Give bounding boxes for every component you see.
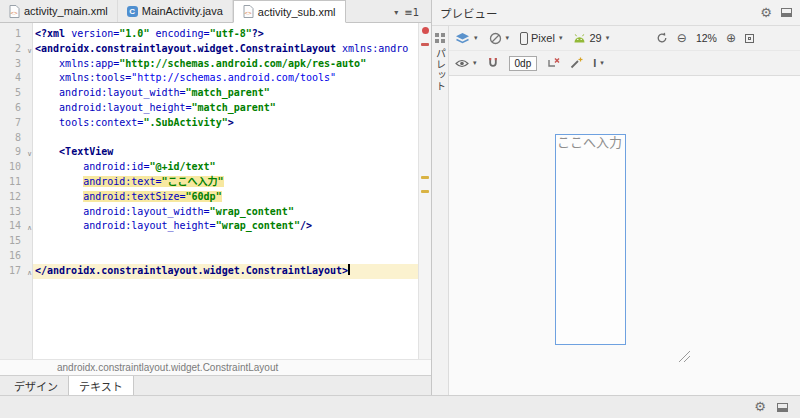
code-line[interactable]: 13 android:layout_width="wrap_content" [0, 205, 418, 220]
palette-label: パレット [433, 48, 448, 92]
align-icon: I [593, 57, 596, 69]
preview-header: プレビュー ⚙ [432, 0, 800, 26]
error-indicator-icon[interactable] [422, 27, 429, 34]
android-icon [573, 34, 586, 43]
code-line[interactable]: 7 tools:context=".SubActivity"> [0, 116, 418, 131]
gutter-line-number[interactable]: 6 [0, 101, 33, 116]
tab-mainactivity-java[interactable]: C MainActivity.java [118, 0, 233, 22]
gutter-line-number[interactable]: 13 [0, 205, 33, 220]
palette-grid-icon [435, 33, 445, 43]
preview-toolbar-bottom: ▾ 0dp [449, 51, 800, 76]
gutter-line-number[interactable]: 11 [0, 175, 33, 190]
code-line[interactable]: 11 android:text="ここへ入力" [0, 175, 418, 190]
hide-panel-icon[interactable] [781, 8, 792, 17]
view-options-button[interactable]: ▾ [455, 59, 477, 68]
clear-constraints-button[interactable] [547, 57, 560, 69]
code-line[interactable]: 3 xmlns:app="http://schemas.android.com/… [0, 57, 418, 72]
hidden-tabs-button[interactable]: ≡1 [404, 7, 419, 18]
zoom-to-fit-icon[interactable] [745, 34, 754, 43]
code-area[interactable]: 1<?xml version="1.0" encoding="utf-8"?>2… [0, 27, 418, 279]
preview-toolbar-top: ▾ ▾ Pixel ▾ [449, 26, 800, 51]
code-editor[interactable]: 1<?xml version="1.0" encoding="utf-8"?>2… [0, 23, 431, 359]
preview-device-screen[interactable]: ここへ入力 [555, 134, 626, 345]
autoconnect-button[interactable] [487, 57, 499, 69]
code-line[interactable]: 17∧</androidx.constraintlayout.widget.Co… [0, 264, 418, 279]
svg-text:<>: <> [10, 10, 18, 16]
tab-bar-controls: ▾ ≡1 [394, 7, 431, 22]
zoom-out-button[interactable]: ⊖ [677, 31, 687, 45]
code-line[interactable]: 5 android:layout_width="match_parent" [0, 86, 418, 101]
palette-tab[interactable]: パレット [432, 26, 449, 395]
stripe-mark[interactable] [421, 43, 429, 46]
preview-canvas[interactable]: ここへ入力 [449, 76, 800, 395]
align-dropdown[interactable]: I ▾ [593, 57, 604, 69]
stripe-mark[interactable] [421, 176, 429, 179]
gutter-line-number[interactable]: 16 [0, 249, 33, 264]
tab-label: activity_sub.xml [258, 6, 336, 18]
tab-activity-sub-xml[interactable]: <> activity_sub.xml [233, 0, 346, 23]
magic-wand-icon [570, 57, 583, 69]
zoom-in-button[interactable]: ⊕ [726, 31, 736, 45]
design-surface-selector[interactable]: ▾ [455, 32, 478, 45]
gear-icon[interactable]: ⚙ [760, 6, 772, 19]
error-stripe[interactable] [418, 23, 431, 359]
gutter-line-number[interactable]: 8 [0, 131, 33, 146]
gutter-line-number[interactable]: 3 [0, 57, 33, 72]
default-margins-button[interactable]: 0dp [509, 56, 538, 71]
breadcrumb-item[interactable]: androidx.constraintlayout.widget.Constra… [57, 362, 278, 373]
gutter-line-number[interactable]: 15 [0, 234, 33, 249]
layout-windows-icon[interactable] [777, 403, 788, 412]
preview-title: プレビュー [440, 5, 498, 21]
preview-body: パレット ▾ [432, 26, 800, 395]
gutter-line-number[interactable]: 4 [0, 71, 33, 86]
resize-handle-icon[interactable] [675, 347, 691, 363]
gutter-line-number[interactable]: 10 [0, 160, 33, 175]
textview-preview[interactable]: ここへ入力 [556, 135, 625, 152]
code-line[interactable]: 9∨ <TextView [0, 145, 418, 160]
xml-file-icon: <> [243, 5, 254, 18]
eye-icon [455, 59, 469, 68]
device-selector[interactable]: Pixel ▾ [520, 32, 562, 45]
device-label: Pixel [531, 32, 555, 44]
gutter-line-number[interactable]: 17∧ [0, 264, 33, 279]
code-line[interactable]: 14∧ android:layout_height="wrap_content"… [0, 219, 418, 234]
tab-label: activity_main.xml [24, 5, 108, 17]
api-label: 29 [589, 32, 601, 44]
gear-icon[interactable]: ⚙ [754, 400, 766, 413]
orientation-selector[interactable]: ▾ [489, 32, 510, 45]
tab-text[interactable]: テキスト [68, 376, 134, 395]
fold-marker-icon[interactable]: ∧ [27, 266, 32, 281]
code-line[interactable]: 8 [0, 131, 418, 146]
circle-slash-icon [489, 32, 502, 45]
xml-file-icon: <> [9, 5, 20, 18]
code-line[interactable]: 4 xmlns:tools="http://schemas.android.co… [0, 71, 418, 86]
infer-constraints-button[interactable] [570, 57, 583, 69]
code-line[interactable]: 2∨<androidx.constraintlayout.widget.Cons… [0, 42, 418, 57]
gutter-line-number[interactable]: 2∨ [0, 42, 33, 57]
main-row: <> activity_main.xml C MainActivity.java… [0, 0, 800, 395]
preview-pane: プレビュー ⚙ パレット [432, 0, 800, 395]
zoom-level: 12% [696, 32, 717, 44]
gutter-line-number[interactable]: 9∨ [0, 145, 33, 160]
breadcrumb: androidx.constraintlayout.widget.Constra… [0, 359, 431, 375]
tab-activity-main-xml[interactable]: <> activity_main.xml [0, 0, 118, 22]
gutter-line-number[interactable]: 7 [0, 116, 33, 131]
api-version-selector[interactable]: 29 ▾ [573, 32, 609, 44]
chevron-down-icon[interactable]: ▾ [394, 8, 398, 17]
gutter-line-number[interactable]: 1 [0, 27, 33, 42]
refresh-icon[interactable] [656, 32, 668, 44]
text-cursor [348, 264, 350, 275]
gutter-line-number[interactable]: 5 [0, 86, 33, 101]
code-line[interactable]: 15 [0, 234, 418, 249]
code-line[interactable]: 1<?xml version="1.0" encoding="utf-8"?> [0, 27, 418, 42]
gutter-line-number[interactable]: 14∧ [0, 219, 33, 234]
android-studio-window: <> activity_main.xml C MainActivity.java… [0, 0, 800, 418]
phone-icon [520, 32, 528, 45]
stripe-mark[interactable] [421, 190, 429, 193]
code-line[interactable]: 12 android:textSize="60dp" [0, 190, 418, 205]
code-line[interactable]: 6 android:layout_height="match_parent" [0, 101, 418, 116]
code-line[interactable]: 16 [0, 249, 418, 264]
gutter-line-number[interactable]: 12 [0, 190, 33, 205]
tab-design[interactable]: デザイン [4, 376, 68, 395]
code-line[interactable]: 10 android:id="@+id/text" [0, 160, 418, 175]
